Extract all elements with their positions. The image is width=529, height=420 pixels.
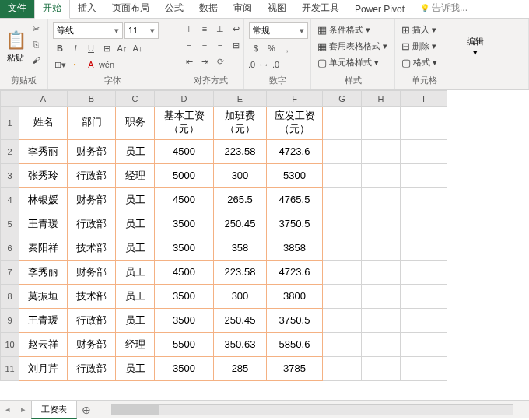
font-color-button[interactable]: A bbox=[84, 58, 98, 72]
data-cell[interactable]: 5500 bbox=[155, 332, 214, 356]
spreadsheet-grid[interactable]: ABCDEFGHI1姓名部门职务基本工资（元）加班费（元）应发工资（元）2李秀丽… bbox=[0, 90, 447, 381]
align-center-button[interactable]: ≡ bbox=[198, 38, 212, 52]
format-painter-button[interactable]: 🖌 bbox=[29, 53, 43, 67]
data-cell[interactable]: 5000 bbox=[155, 163, 214, 187]
data-cell[interactable]: 秦阳祥 bbox=[19, 236, 68, 260]
increase-decimal-button[interactable]: .0→ bbox=[249, 58, 263, 72]
data-cell[interactable]: 285 bbox=[214, 356, 267, 380]
underline-button[interactable]: U bbox=[84, 41, 98, 55]
data-cell[interactable]: 员工 bbox=[116, 187, 155, 212]
percent-button[interactable]: % bbox=[264, 41, 279, 55]
fill-color-button[interactable]: 🞍 bbox=[68, 58, 82, 72]
sheet-prev-button[interactable]: ◂ bbox=[0, 404, 16, 415]
col-header-H[interactable]: H bbox=[362, 91, 401, 107]
font-name-select[interactable]: 等线 bbox=[53, 22, 123, 39]
tab-data[interactable]: 数据 bbox=[191, 0, 226, 18]
data-cell[interactable]: 财务部 bbox=[68, 332, 116, 356]
cut-button[interactable]: ✂ bbox=[29, 22, 43, 36]
data-cell[interactable]: 4765.5 bbox=[267, 187, 323, 212]
data-cell[interactable]: 5850.6 bbox=[267, 332, 323, 356]
align-middle-button[interactable]: ≡ bbox=[198, 22, 212, 36]
data-cell[interactable]: 行政部 bbox=[68, 163, 116, 187]
data-cell[interactable]: 300 bbox=[214, 284, 267, 308]
tab-home[interactable]: 开始 bbox=[34, 0, 70, 19]
row-header-5[interactable]: 5 bbox=[1, 212, 19, 236]
sheet-next-button[interactable]: ▸ bbox=[16, 404, 31, 415]
row-header-10[interactable]: 10 bbox=[1, 332, 19, 356]
tab-dev[interactable]: 开发工具 bbox=[294, 0, 347, 18]
indent-right-button[interactable]: ⇥ bbox=[198, 54, 212, 68]
tab-layout[interactable]: 页面布局 bbox=[104, 0, 157, 18]
data-cell[interactable]: 财务部 bbox=[68, 139, 116, 163]
header-cell[interactable]: 应发工资（元） bbox=[267, 107, 323, 140]
align-left-button[interactable]: ≡ bbox=[182, 38, 196, 52]
row-header-9[interactable]: 9 bbox=[1, 308, 19, 332]
tab-view[interactable]: 视图 bbox=[260, 0, 294, 18]
data-cell[interactable]: 行政部 bbox=[68, 212, 116, 236]
paste-button[interactable]: 📋 粘贴 bbox=[5, 22, 26, 72]
font-size-select[interactable]: 11 bbox=[124, 22, 159, 39]
align-top-button[interactable]: ⊤ bbox=[182, 22, 196, 36]
orientation-button[interactable]: ⟳ bbox=[213, 54, 227, 68]
data-cell[interactable]: 223.58 bbox=[214, 139, 267, 163]
italic-button[interactable]: I bbox=[68, 41, 82, 55]
data-cell[interactable]: 250.45 bbox=[214, 308, 267, 332]
data-cell[interactable]: 3500 bbox=[155, 212, 214, 236]
data-cell[interactable]: 3500 bbox=[155, 284, 214, 308]
data-cell[interactable]: 技术部 bbox=[68, 284, 116, 308]
row-header-3[interactable]: 3 bbox=[1, 163, 19, 187]
currency-button[interactable]: $ bbox=[249, 41, 263, 55]
header-cell[interactable]: 部门 bbox=[68, 107, 116, 140]
col-header-A[interactable]: A bbox=[19, 91, 68, 107]
tab-formula[interactable]: 公式 bbox=[157, 0, 191, 18]
row-header-1[interactable]: 1 bbox=[1, 107, 19, 140]
grow-font-button[interactable]: A↑ bbox=[115, 41, 129, 55]
data-cell[interactable]: 4500 bbox=[155, 260, 214, 284]
data-cell[interactable]: 4723.6 bbox=[267, 139, 323, 163]
bold-button[interactable]: B bbox=[53, 41, 67, 55]
data-cell[interactable]: 员工 bbox=[116, 284, 155, 308]
data-cell[interactable]: 刘月芹 bbox=[19, 356, 68, 380]
col-header-B[interactable]: B bbox=[68, 91, 116, 107]
data-cell[interactable]: 3500 bbox=[155, 236, 214, 260]
number-format-select[interactable]: 常规 bbox=[249, 22, 308, 39]
align-right-button[interactable]: ≡ bbox=[213, 38, 227, 52]
data-cell[interactable]: 4500 bbox=[155, 187, 214, 212]
header-cell[interactable]: 基本工资（元） bbox=[155, 107, 214, 140]
copy-button[interactable]: ⎘ bbox=[29, 37, 43, 51]
data-cell[interactable]: 3785 bbox=[267, 356, 323, 380]
data-cell[interactable]: 265.5 bbox=[214, 187, 267, 212]
table-format-button[interactable]: ▦套用表格格式▾ bbox=[316, 40, 389, 53]
data-cell[interactable]: 员工 bbox=[116, 236, 155, 260]
header-cell[interactable]: 姓名 bbox=[19, 107, 68, 140]
header-cell[interactable]: 加班费（元） bbox=[214, 107, 267, 140]
data-cell[interactable]: 行政部 bbox=[68, 356, 116, 380]
data-cell[interactable]: 3750.5 bbox=[267, 308, 323, 332]
worksheet-area[interactable]: ABCDEFGHI1姓名部门职务基本工资（元）加班费（元）应发工资（元）2李秀丽… bbox=[0, 90, 529, 400]
data-cell[interactable]: 财务部 bbox=[68, 260, 116, 284]
data-cell[interactable]: 王青瑗 bbox=[19, 212, 68, 236]
decrease-decimal-button[interactable]: ←.0 bbox=[264, 58, 279, 72]
data-cell[interactable]: 员工 bbox=[116, 308, 155, 332]
data-cell[interactable]: 300 bbox=[214, 163, 267, 187]
row-header-2[interactable]: 2 bbox=[1, 139, 19, 163]
row-header-8[interactable]: 8 bbox=[1, 284, 19, 308]
row-header-7[interactable]: 7 bbox=[1, 260, 19, 284]
data-cell[interactable]: 3750.5 bbox=[267, 212, 323, 236]
data-cell[interactable]: 经理 bbox=[116, 332, 155, 356]
data-cell[interactable]: 技术部 bbox=[68, 236, 116, 260]
data-cell[interactable]: 王青瑗 bbox=[19, 308, 68, 332]
row-header-6[interactable]: 6 bbox=[1, 236, 19, 260]
data-cell[interactable]: 李秀丽 bbox=[19, 260, 68, 284]
data-cell[interactable]: 张秀玲 bbox=[19, 163, 68, 187]
col-header-C[interactable]: C bbox=[116, 91, 155, 107]
edit-button[interactable]: 编辑▾ bbox=[459, 22, 492, 72]
align-bottom-button[interactable]: ⊥ bbox=[213, 22, 227, 36]
conditional-format-button[interactable]: ▦条件格式▾ bbox=[316, 23, 372, 37]
data-cell[interactable]: 250.45 bbox=[214, 212, 267, 236]
data-cell[interactable]: 莫振垣 bbox=[19, 284, 68, 308]
col-header-G[interactable]: G bbox=[323, 91, 362, 107]
phonetic-button[interactable]: wén bbox=[100, 58, 114, 72]
data-cell[interactable]: 员工 bbox=[116, 139, 155, 163]
cell-style-button[interactable]: ▢单元格样式▾ bbox=[316, 56, 380, 69]
